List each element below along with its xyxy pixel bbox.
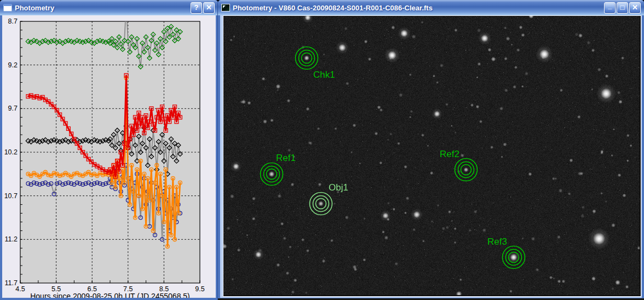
photometry-image-window: Photometry - V860 Cas-20090824-S001-R001…	[218, 0, 644, 300]
light-curve-chart: 8.79.29.710.210.711.211.74.55.56.57.58.5…	[2, 15, 216, 298]
chart-window-icon	[3, 4, 12, 11]
chart-client-area: 8.79.29.710.210.711.211.74.55.56.57.58.5…	[2, 15, 216, 298]
svg-text:11.2: 11.2	[5, 235, 18, 243]
svg-text:10.7: 10.7	[4, 192, 18, 200]
x-axis-title: Hours since 2009-08-25 0h UT (JD 2455068…	[30, 292, 190, 298]
image-window-titlebar[interactable]: Photometry - V860 Cas-20090824-S001-R001…	[218, 0, 644, 15]
annotation-label-chk1: Chk1	[313, 70, 335, 80]
close-button[interactable]: ✕	[203, 2, 215, 14]
image-file-icon	[221, 4, 230, 11]
annotation-label-ref2: Ref2	[440, 149, 459, 159]
svg-text:9.7: 9.7	[8, 105, 18, 112]
help-button[interactable]: ?	[191, 2, 202, 14]
maximize-button[interactable]: □	[617, 2, 628, 14]
annotation-label-ref1: Ref1	[276, 153, 296, 163]
starfield-frame: Chk1Ref1Obj1Ref2Ref3	[223, 15, 641, 297]
photometry-chart-window: Photometry ? ✕ 8.79.29.710.210.711.211.7…	[0, 0, 218, 300]
svg-text:9.5: 9.5	[195, 285, 204, 293]
annotation-label-obj1: Obj1	[329, 182, 348, 193]
svg-text:8.7: 8.7	[8, 18, 18, 25]
desktop: { "left_window": { "title": "Photometry"…	[0, 0, 644, 300]
annotation-label-ref3: Ref3	[487, 236, 507, 247]
chart-window-title: Photometry	[15, 4, 191, 12]
image-window-title: Photometry - V860 Cas-20090824-S001-R001…	[233, 4, 604, 12]
svg-text:10.2: 10.2	[4, 148, 18, 156]
chart-window-titlebar[interactable]: Photometry ? ✕	[0, 0, 218, 15]
svg-text:9.2: 9.2	[8, 61, 18, 69]
svg-text:4.5: 4.5	[15, 285, 25, 293]
minimize-button[interactable]: _	[604, 2, 616, 14]
close-button[interactable]: ✕	[629, 2, 641, 14]
